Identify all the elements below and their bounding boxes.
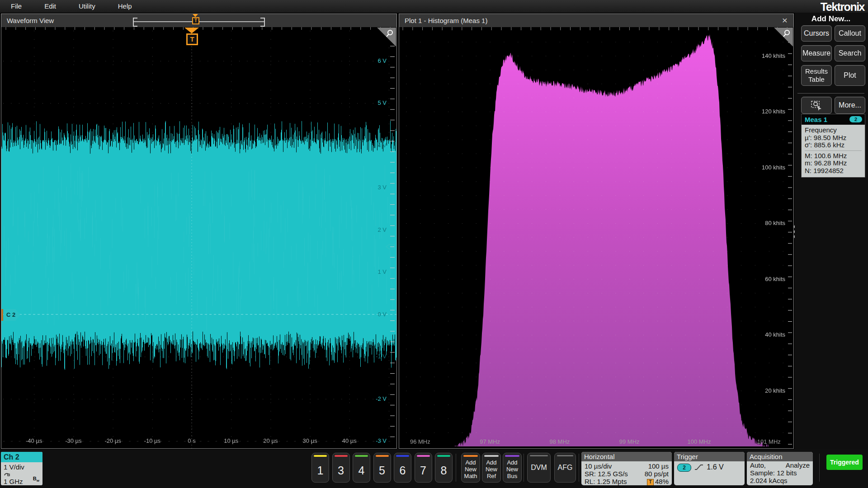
- cursors-button[interactable]: Cursors: [801, 25, 832, 42]
- channel-6-button[interactable]: 6: [394, 453, 411, 483]
- trigger-position-marker[interactable]: T: [184, 28, 200, 49]
- box-zoom-button[interactable]: [801, 97, 832, 114]
- add-new-heading: Add New...: [795, 14, 867, 23]
- waveform-title: Waveform View: [7, 17, 54, 24]
- minimap-trigger-marker[interactable]: T: [192, 15, 199, 27]
- add-new-ref-button[interactable]: AddNewRef: [482, 453, 501, 483]
- meas1-body: Frequency µ': 98.50 MHzσ': 885.6 kHz M: …: [802, 125, 865, 177]
- acquisition-minimap[interactable]: T: [133, 14, 265, 27]
- channel-number: 3: [333, 464, 349, 477]
- trigger-caret-icon: [184, 28, 199, 33]
- trigger-t-icon: T: [647, 479, 654, 485]
- channel-color-stripe: [314, 455, 327, 457]
- triggered-status-badge: Triggered: [826, 455, 863, 470]
- button-label: AddNewRef: [482, 459, 500, 479]
- channel-5-button[interactable]: 5: [373, 453, 391, 483]
- channel-edge-strip: [1, 309, 3, 321]
- waveform-title-bar: Waveform View T: [1, 14, 396, 28]
- trigger-source-badge: 2: [677, 464, 691, 472]
- channel-2-badge[interactable]: Ch 2 1 V/div 1 GHz Bw: [1, 452, 42, 485]
- horizontal-badge[interactable]: Horizontal 10 µs/div100 µsSR: 12.5 GS/s8…: [581, 452, 672, 485]
- histogram-title-bar: Plot 1 - Histogram (Meas 1) ×: [399, 14, 793, 28]
- search-button[interactable]: Search: [835, 45, 865, 61]
- channel-color-stripe: [355, 455, 368, 457]
- meas1-title: Meas 1: [805, 116, 827, 123]
- close-icon[interactable]: ×: [779, 14, 791, 27]
- menu-help[interactable]: Help: [118, 0, 132, 10]
- trigger-level-arrow[interactable]: [385, 242, 396, 253]
- bottom-bar: Ch 2 1 V/div 1 GHz Bw 1345678 AddNewMath…: [0, 449, 868, 488]
- channel-4-button[interactable]: 4: [353, 453, 370, 483]
- histogram-plot[interactable]: [399, 27, 793, 448]
- horizontal-value: 100 µs: [648, 462, 669, 470]
- meas1-stats-bottom: M: 100.6 MHzm: 96.28 MHzN: 19924852: [805, 152, 862, 175]
- rising-edge-icon: [694, 464, 703, 471]
- meas1-badge[interactable]: Meas 1 2 Frequency µ': 98.50 MHzσ': 885.…: [801, 114, 865, 178]
- meas1-stat: M: 100.6 MHz: [805, 152, 862, 160]
- waveform-plot[interactable]: [1, 27, 396, 448]
- button-stripe: [530, 455, 548, 456]
- meas1-stat: σ': 885.6 kHz: [805, 141, 862, 149]
- magnifier-icon: [782, 29, 791, 38]
- button-stripe: [463, 455, 478, 457]
- menu-bar: FileEditUtilityHelp: [0, 0, 868, 13]
- channel-7-button[interactable]: 7: [415, 453, 432, 483]
- meas1-header: Meas 1 2: [802, 114, 865, 125]
- minimap-right-bracket[interactable]: [260, 18, 265, 27]
- meas1-name: Frequency: [805, 127, 862, 134]
- horizontal-value: RL: 1.25 Mpts: [585, 478, 627, 485]
- minimap-left-bracket[interactable]: [133, 18, 137, 27]
- measure-button[interactable]: Measure: [801, 45, 832, 61]
- meas1-source-badge: 2: [849, 116, 862, 122]
- meas1-stat: m: 96.28 MHz: [805, 160, 862, 167]
- menu-file[interactable]: File: [11, 0, 22, 10]
- separator: [579, 454, 579, 482]
- results-table-button[interactable]: Results Table: [801, 65, 832, 86]
- button-stripe: [505, 455, 519, 457]
- sidebar-divider: [797, 93, 864, 94]
- magnifier-icon: [385, 29, 394, 38]
- meas1-separator: [805, 150, 862, 151]
- channel-number: 4: [353, 464, 370, 477]
- button-label: AddNewBus: [503, 459, 521, 479]
- trigger-t-icon: T: [192, 17, 199, 24]
- channel-number: 1: [312, 464, 329, 477]
- acquisition-badge[interactable]: Acquisition Auto, Analyze Sample: 12 bit…: [747, 452, 813, 485]
- meas1-stat: µ': 98.50 MHz: [805, 134, 862, 142]
- more-button[interactable]: More...: [835, 97, 865, 114]
- channel-color-stripe: [417, 455, 430, 457]
- add-new-math-button[interactable]: AddNewMath: [461, 453, 480, 483]
- box-zoom-icon: [811, 100, 822, 111]
- horizontal-row: 10 µs/div100 µs: [581, 461, 672, 470]
- acquisition-title: Acquisition: [747, 452, 813, 461]
- afg-button[interactable]: AFG: [554, 453, 576, 483]
- separator: [819, 454, 820, 482]
- acq-analyze: Analyze: [786, 461, 810, 469]
- callout-button[interactable]: Callout: [835, 25, 865, 42]
- channel-color-stripe: [437, 455, 450, 457]
- afg-label: AFG: [558, 464, 573, 472]
- channel-1-button[interactable]: 1: [311, 453, 329, 483]
- button-stripe: [557, 455, 573, 456]
- horizontal-rows: 10 µs/div100 µsSR: 12.5 GS/s80 ps/ptRL: …: [581, 461, 672, 485]
- separator: [456, 454, 456, 482]
- menu-utility[interactable]: Utility: [79, 0, 95, 10]
- trigger-badge[interactable]: Trigger 2 1.6 V: [674, 452, 745, 485]
- dvm-button[interactable]: DVM: [527, 453, 551, 483]
- horizontal-value: 10 µs/div: [585, 462, 612, 470]
- trigger-title: Trigger: [674, 452, 745, 461]
- button-label: AddNewMath: [462, 459, 480, 479]
- bandwidth-limit-icon: Bw: [33, 476, 39, 483]
- menu-edit[interactable]: Edit: [44, 0, 56, 10]
- horizontal-row: SR: 12.5 GS/s80 ps/pt: [581, 470, 672, 478]
- acq-sample: Sample: 12 bits: [747, 469, 813, 477]
- add-new-bus-button[interactable]: AddNewBus: [503, 453, 522, 483]
- channel-3-button[interactable]: 3: [332, 453, 350, 483]
- acq-count: 2.024 kAcqs: [747, 477, 813, 484]
- channel-number: 6: [394, 464, 411, 477]
- tektronix-logo: Tektronix: [821, 0, 864, 14]
- meas1-stats-top: µ': 98.50 MHzσ': 885.6 kHz: [805, 134, 862, 149]
- channel-8-button[interactable]: 8: [435, 453, 453, 483]
- channel-color-stripe: [335, 455, 348, 457]
- plot-button[interactable]: Plot: [835, 65, 865, 86]
